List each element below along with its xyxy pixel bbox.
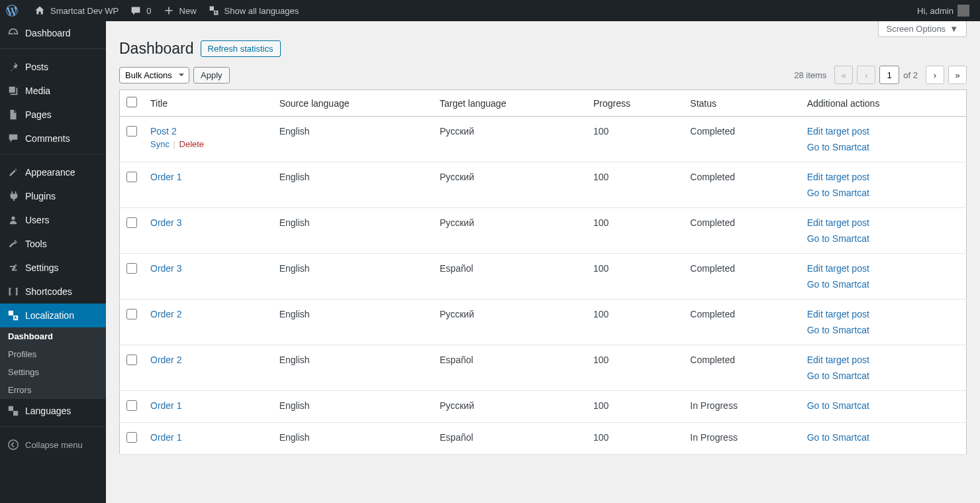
row-checkbox[interactable] xyxy=(126,355,137,365)
row-checkbox[interactable] xyxy=(126,400,137,411)
progress-cell: 100 xyxy=(587,391,683,423)
sidebar-item-localization[interactable]: Localization xyxy=(0,304,106,327)
go-to-smartcat-link[interactable]: Go to Smartcat xyxy=(807,142,959,152)
col-title[interactable]: Title xyxy=(144,90,273,117)
title-link[interactable]: Order 1 xyxy=(150,400,181,411)
go-to-smartcat-link[interactable]: Go to Smartcat xyxy=(807,400,959,411)
edit-target-link[interactable]: Edit target post xyxy=(807,126,959,137)
table-row: Post 2Sync | DeleteEnglishРусский100Comp… xyxy=(120,117,967,162)
row-checkbox[interactable] xyxy=(126,432,137,443)
sidebar-item-plugins[interactable]: Plugins xyxy=(0,184,106,208)
new-link[interactable]: New xyxy=(157,0,202,21)
progress-cell: 100 xyxy=(587,345,683,391)
table-row: Order 1EnglishРусский100In ProgressGo to… xyxy=(120,391,967,423)
row-checkbox[interactable] xyxy=(126,217,137,228)
site-name-link[interactable]: Smartcat Dev WP xyxy=(28,0,124,21)
edit-target-link[interactable]: Edit target post xyxy=(807,263,959,274)
go-to-smartcat-link[interactable]: Go to Smartcat xyxy=(807,370,959,381)
sidebar-item-tools[interactable]: Tools xyxy=(0,232,106,256)
current-page-input[interactable] xyxy=(879,66,899,84)
screen-options-label: Screen Options xyxy=(887,24,946,34)
title-link[interactable]: Order 1 xyxy=(150,172,181,182)
sidebar-item-dashboard[interactable]: Dashboard xyxy=(0,21,106,45)
sidebar-item-languages[interactable]: Languages xyxy=(0,399,106,423)
select-all-checkbox[interactable] xyxy=(126,97,137,107)
sidebar-item-shortcodes[interactable]: Shortcodes xyxy=(0,280,106,304)
apply-button[interactable]: Apply xyxy=(193,67,230,84)
edit-target-link[interactable]: Edit target post xyxy=(807,309,959,319)
sidebar-label: Appearance xyxy=(25,167,75,178)
go-to-smartcat-link[interactable]: Go to Smartcat xyxy=(807,188,959,198)
submenu-errors[interactable]: Errors xyxy=(0,381,106,399)
translate-icon xyxy=(207,4,220,17)
actions-cell: Edit target postGo to Smartcat xyxy=(801,162,967,208)
row-checkbox[interactable] xyxy=(126,172,137,182)
title-link[interactable]: Order 1 xyxy=(150,432,181,443)
admin-sidebar: Dashboard Posts Media Pages Comments App… xyxy=(0,21,106,481)
of-pages: of 2 xyxy=(903,70,918,80)
show-languages-link[interactable]: Show all languages xyxy=(202,0,305,21)
edit-target-link[interactable]: Edit target post xyxy=(807,172,959,182)
edit-target-link[interactable]: Edit target post xyxy=(807,355,959,365)
title-link[interactable]: Order 2 xyxy=(150,309,181,319)
row-actions: Sync | Delete xyxy=(150,139,266,149)
collapse-menu[interactable]: Collapse menu xyxy=(0,433,106,457)
delete-link[interactable]: Delete xyxy=(179,139,205,149)
status-cell: Completed xyxy=(683,162,800,208)
actions-cell: Edit target postGo to Smartcat xyxy=(801,345,967,391)
sidebar-label: Shortcodes xyxy=(25,286,72,297)
sidebar-label: Comments xyxy=(25,133,70,144)
title-link[interactable]: Post 2 xyxy=(150,126,177,137)
submenu-profiles[interactable]: Profiles xyxy=(0,345,106,363)
wp-logo[interactable] xyxy=(0,0,28,21)
collapse-icon xyxy=(7,438,20,451)
prev-page-button[interactable]: ‹ xyxy=(857,66,875,84)
sidebar-item-posts[interactable]: Posts xyxy=(0,55,106,79)
sidebar-label: Pages xyxy=(25,109,52,120)
row-checkbox[interactable] xyxy=(126,263,137,274)
sidebar-item-settings[interactable]: Settings xyxy=(0,256,106,280)
sidebar-label: Languages xyxy=(25,406,71,416)
sidebar-item-appearance[interactable]: Appearance xyxy=(0,160,106,184)
wordpress-icon xyxy=(5,4,19,17)
title-link[interactable]: Order 2 xyxy=(150,355,181,365)
sidebar-item-users[interactable]: Users xyxy=(0,208,106,232)
home-icon xyxy=(33,4,46,17)
sidebar-item-comments[interactable]: Comments xyxy=(0,127,106,150)
target-cell: Русский xyxy=(433,117,587,162)
row-checkbox[interactable] xyxy=(126,309,137,319)
sidebar-label: Settings xyxy=(25,262,59,273)
submenu-settings[interactable]: Settings xyxy=(0,363,106,381)
languages-icon xyxy=(7,404,20,418)
refresh-statistics-button[interactable]: Refresh statistics xyxy=(201,40,281,57)
pin-icon xyxy=(7,60,20,74)
chevron-down-icon: ▼ xyxy=(950,24,958,34)
comments-count: 0 xyxy=(146,6,151,16)
edit-target-link[interactable]: Edit target post xyxy=(807,217,959,228)
sync-link[interactable]: Sync xyxy=(150,139,170,149)
title-link[interactable]: Order 3 xyxy=(150,263,181,274)
go-to-smartcat-link[interactable]: Go to Smartcat xyxy=(807,233,959,244)
source-cell: English xyxy=(273,162,433,208)
account-link[interactable]: Hi, admin xyxy=(912,0,975,21)
comments-link[interactable]: 0 xyxy=(124,0,156,21)
first-page-button[interactable]: « xyxy=(834,66,853,84)
submenu-dashboard[interactable]: Dashboard xyxy=(0,327,106,345)
bulk-actions-select[interactable]: Bulk Actions xyxy=(119,67,189,84)
sidebar-item-pages[interactable]: Pages xyxy=(0,103,106,127)
plugins-icon xyxy=(7,190,20,203)
new-label: New xyxy=(179,6,197,16)
title-link[interactable]: Order 3 xyxy=(150,217,181,228)
tools-icon xyxy=(7,237,20,251)
col-source: Source language xyxy=(273,90,433,117)
main-content: Screen Options ▼ Dashboard Refresh stati… xyxy=(106,21,980,481)
next-page-button[interactable]: › xyxy=(926,66,944,84)
go-to-smartcat-link[interactable]: Go to Smartcat xyxy=(807,432,959,443)
go-to-smartcat-link[interactable]: Go to Smartcat xyxy=(807,325,959,335)
settings-icon xyxy=(7,261,20,274)
last-page-button[interactable]: » xyxy=(948,66,967,84)
screen-options-button[interactable]: Screen Options ▼ xyxy=(878,21,967,37)
sidebar-item-media[interactable]: Media xyxy=(0,79,106,103)
go-to-smartcat-link[interactable]: Go to Smartcat xyxy=(807,279,959,290)
row-checkbox[interactable] xyxy=(126,126,137,137)
